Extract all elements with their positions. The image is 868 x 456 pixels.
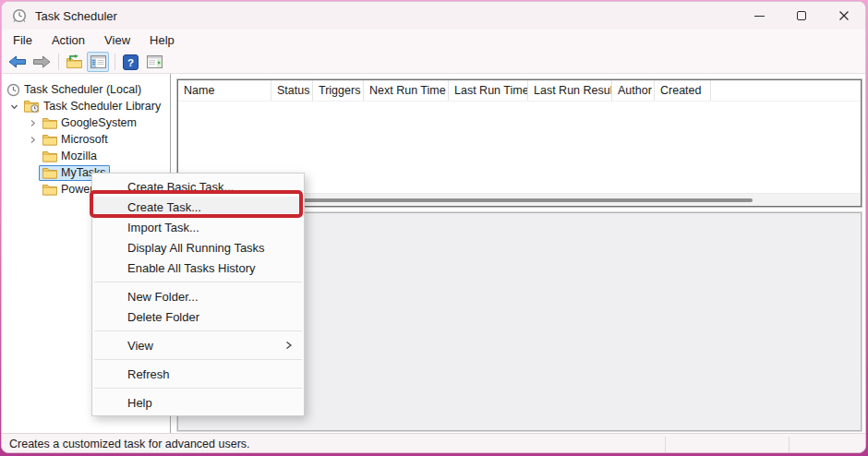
menu-item-import-task[interactable]: Import Task... bbox=[92, 217, 304, 237]
chevron-right-icon[interactable] bbox=[26, 119, 39, 127]
minimize-icon bbox=[754, 16, 765, 17]
column-header-filler bbox=[711, 80, 861, 101]
svg-text:?: ? bbox=[127, 56, 133, 67]
column-header-last-run-time[interactable]: Last Run Time bbox=[449, 80, 528, 101]
statusbar-divider bbox=[789, 437, 790, 452]
folder-icon bbox=[42, 184, 57, 196]
show-hide-action-pane-button[interactable] bbox=[143, 52, 165, 72]
action-pane-icon bbox=[147, 55, 163, 68]
column-header-created[interactable]: Created bbox=[655, 80, 711, 101]
help-icon: ? bbox=[123, 54, 139, 70]
column-header-author[interactable]: Author bbox=[612, 80, 655, 101]
menu-item-help[interactable]: Help bbox=[92, 392, 304, 413]
tree-item-label: Mozilla bbox=[61, 150, 97, 162]
tree-item-label: Task Scheduler Library bbox=[43, 100, 161, 113]
chevron-right-icon[interactable] bbox=[26, 136, 39, 144]
folder-icon bbox=[42, 150, 57, 162]
menu-separator bbox=[94, 388, 302, 389]
close-icon bbox=[838, 10, 850, 21]
import-folder-icon bbox=[66, 54, 83, 69]
menu-item-label: View bbox=[127, 339, 153, 353]
menubar: File Action View Help bbox=[2, 30, 865, 51]
column-header-name[interactable]: Name bbox=[178, 80, 271, 101]
console-tree-icon bbox=[90, 55, 106, 68]
task-list-body bbox=[178, 102, 861, 180]
menu-file[interactable]: File bbox=[5, 31, 41, 49]
menu-item-view[interactable]: View bbox=[92, 335, 304, 355]
menu-action[interactable]: Action bbox=[43, 31, 93, 49]
clock-icon bbox=[6, 83, 20, 97]
help-button[interactable]: ? bbox=[119, 52, 141, 72]
menu-item-enable-all-tasks-history[interactable]: Enable All Tasks History bbox=[92, 258, 304, 278]
annotation-highlight-box bbox=[90, 190, 303, 218]
menu-item-refresh[interactable]: Refresh bbox=[92, 364, 304, 384]
toolbar: ? bbox=[2, 51, 865, 74]
column-header-status[interactable]: Status bbox=[271, 80, 313, 101]
show-hide-console-tree-button[interactable] bbox=[87, 52, 109, 72]
statusbar-divider bbox=[665, 437, 666, 452]
menu-separator bbox=[94, 330, 302, 331]
folder-icon bbox=[42, 117, 57, 129]
minimize-button[interactable] bbox=[738, 2, 780, 30]
menu-separator bbox=[94, 282, 302, 282]
column-header-next-run-time[interactable]: Next Run Time bbox=[364, 80, 449, 101]
titlebar: Task Scheduler bbox=[2, 2, 865, 30]
toolbar-separator bbox=[115, 54, 115, 70]
close-button[interactable] bbox=[823, 2, 865, 30]
status-text: Creates a customized task for advanced u… bbox=[9, 438, 250, 450]
import-task-button[interactable] bbox=[63, 52, 85, 72]
menu-item-new-folder[interactable]: New Folder... bbox=[92, 286, 304, 306]
clock-app-icon bbox=[12, 8, 27, 23]
column-header-last-run-result[interactable]: Last Run Result bbox=[528, 80, 612, 101]
tree-item-label: Microsoft bbox=[61, 133, 108, 146]
tree-item-googlesystem[interactable]: GoogleSystem bbox=[2, 114, 170, 131]
menu-help[interactable]: Help bbox=[141, 31, 183, 49]
folder-icon bbox=[42, 167, 57, 179]
column-header-triggers[interactable]: Triggers bbox=[313, 80, 364, 101]
tree-item-microsoft[interactable]: Microsoft bbox=[2, 131, 170, 148]
task-scheduler-window: Task Scheduler File Action View Help bbox=[1, 1, 866, 453]
tree-item-mozilla[interactable]: Mozilla bbox=[2, 148, 170, 164]
tree-item-task-scheduler-library[interactable]: Task Scheduler Library bbox=[2, 98, 170, 114]
maximize-button[interactable] bbox=[780, 2, 823, 30]
submenu-chevron-icon bbox=[285, 341, 293, 350]
tree-item-task-scheduler-local[interactable]: Task Scheduler (Local) bbox=[2, 81, 170, 98]
back-button[interactable] bbox=[6, 52, 29, 72]
folder-clock-icon bbox=[24, 100, 40, 113]
toolbar-separator bbox=[58, 54, 59, 70]
task-list-header: Name Status Triggers Next Run Time Last … bbox=[178, 80, 861, 102]
menu-item-delete-folder[interactable]: Delete Folder bbox=[92, 306, 304, 327]
menu-item-display-all-running-tasks[interactable]: Display All Running Tasks bbox=[92, 237, 304, 258]
statusbar: Creates a customized task for advanced u… bbox=[2, 433, 865, 453]
tree-item-label: Task Scheduler (Local) bbox=[24, 83, 141, 96]
window-title: Task Scheduler bbox=[35, 9, 117, 23]
menu-separator bbox=[94, 359, 302, 360]
maximize-icon bbox=[797, 11, 806, 20]
menu-view[interactable]: View bbox=[96, 31, 139, 49]
folder-icon bbox=[42, 134, 57, 146]
tree-item-label: GoogleSystem bbox=[61, 116, 137, 129]
forward-arrow-icon bbox=[32, 55, 51, 68]
forward-button[interactable] bbox=[30, 52, 53, 72]
chevron-down-icon[interactable] bbox=[7, 102, 20, 111]
back-arrow-icon bbox=[8, 55, 27, 68]
